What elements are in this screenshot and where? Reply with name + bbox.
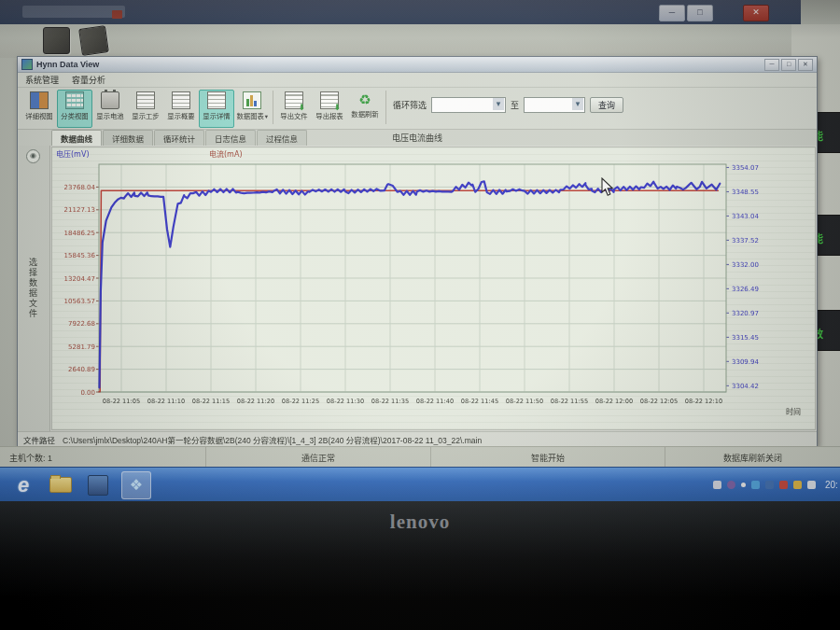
tray-lock-icon[interactable] (713, 481, 721, 489)
app-titlebar[interactable]: Hynn Data View ─ □ ✕ (18, 57, 817, 73)
svg-text:3320.97: 3320.97 (732, 310, 759, 317)
class-view-button[interactable]: 分类视图 (57, 90, 92, 128)
button-label: 详细视图 (25, 110, 52, 119)
show-battery-button[interactable]: 显示电池 (92, 90, 128, 128)
gem-icon: ❖ (130, 476, 143, 494)
tray-shield-icon[interactable] (751, 481, 760, 489)
app-taskbar-icon[interactable] (84, 472, 112, 498)
battery-icon (101, 91, 119, 109)
tray-purple-icon[interactable] (727, 481, 735, 489)
class-view-icon (65, 91, 84, 109)
file-select-panel: ◉ 选择数据文件 (18, 146, 50, 431)
show-detail-button[interactable]: 显示详情 (199, 90, 234, 128)
svg-text:08-22 12:10: 08-22 12:10 (685, 398, 722, 405)
maximize-button[interactable]: □ (687, 5, 713, 21)
folder-taskbar-icon[interactable] (47, 472, 75, 498)
svg-text:08-22 11:50: 08-22 11:50 (506, 398, 543, 405)
tray-red-icon[interactable] (779, 481, 788, 489)
tab-content: ◉ 选择数据文件 0.002640.895281.797922.6810563.… (18, 146, 817, 431)
svg-text:08-22 11:45: 08-22 11:45 (461, 398, 498, 405)
button-label: 显示详情 (203, 110, 230, 119)
svg-text:3315.45: 3315.45 (732, 334, 759, 342)
menu-capacity[interactable]: 容量分析 (72, 74, 105, 86)
app-close-button[interactable]: ✕ (798, 59, 813, 71)
svg-text:3326.49: 3326.49 (732, 286, 759, 293)
app-minimize-button[interactable]: ─ (764, 59, 779, 71)
data-chart-button[interactable]: 数据图表▾ (234, 90, 270, 128)
taskbar-clock[interactable]: 20: (825, 480, 838, 490)
svg-text:0.00: 0.00 (80, 389, 95, 397)
svg-text:电流(mA): 电流(mA) (209, 149, 243, 159)
svg-text:08-22 11:05: 08-22 11:05 (103, 398, 140, 405)
tray-blue-icon[interactable] (765, 481, 774, 489)
svg-text:时间: 时间 (786, 407, 801, 416)
toolbar-separator (273, 91, 273, 124)
cycle-to-select[interactable] (524, 97, 585, 113)
active-app-taskbar-icon[interactable]: ❖ (121, 471, 151, 499)
query-button[interactable]: 查询 (590, 97, 623, 113)
close-button[interactable]: ✕ (743, 5, 769, 21)
app-maximize-button[interactable]: □ (781, 59, 796, 71)
cycle-from-select[interactable] (431, 97, 506, 113)
svg-text:3343.04: 3343.04 (732, 213, 759, 220)
background-window-title-smudge (22, 6, 125, 18)
export-file-button[interactable]: 导出文件 (276, 90, 312, 128)
ie-taskbar-icon[interactable]: e (9, 472, 37, 498)
menu-system[interactable]: 系统管理 (25, 74, 59, 86)
background-tool-icon (43, 27, 70, 54)
svg-text:18486.25: 18486.25 (64, 230, 95, 237)
tray-volume-icon[interactable] (807, 481, 816, 489)
voltage-current-chart: 0.002640.895281.797922.6810563.5713204.4… (52, 147, 814, 429)
svg-text:13204.47: 13204.47 (64, 275, 95, 283)
file-select-label[interactable]: 选择数据文件 (27, 258, 39, 319)
status-strip: 主机个数: 1 通信正常 智能开始 数据库刷新关闭 (0, 446, 840, 468)
data-refresh-button[interactable]: ♻ 数据刷新 (347, 90, 383, 128)
show-step-button[interactable]: 显示工步 (128, 90, 163, 128)
svg-text:08-22 11:20: 08-22 11:20 (237, 398, 274, 405)
db-refresh-status: 数据库刷新关闭 (665, 447, 840, 468)
button-label: 数据刷新 (351, 108, 378, 118)
svg-text:08-22 11:30: 08-22 11:30 (327, 398, 364, 405)
detail-view-button[interactable]: 详细视图 (21, 90, 57, 128)
toolbar: 详细视图 分类视图 显示电池 显示工步 显示概要 (18, 88, 817, 130)
tab-log-info[interactable]: 日志信息 (205, 130, 256, 146)
collapse-panel-button[interactable]: ◉ (26, 149, 40, 163)
file-path-label: 文件路径 (23, 434, 55, 445)
button-label: 显示工步 (132, 110, 159, 119)
host-count-status: 主机个数: 1 (0, 447, 206, 468)
refresh-icon: ♻ (357, 91, 373, 107)
app-title: Hynn Data View (36, 60, 99, 69)
button-label: 数据图表▾ (236, 110, 268, 119)
menubar: 系统管理 容量分析 (18, 73, 817, 88)
toolbar-separator (385, 91, 386, 124)
file-path-value: C:\Users\jmlx\Desktop\240AH第一轮分容数据\2B(24… (63, 434, 482, 445)
screen: ─ □ ✕ 134 /37 性 能 139 /37 性 能 137 /37 无 … (0, 0, 840, 501)
svg-text:08-22 11:55: 08-22 11:55 (551, 398, 588, 405)
tab-process-info[interactable]: 过程信息 (257, 130, 307, 146)
tray-flag-icon[interactable] (793, 481, 802, 489)
svg-text:08-22 11:35: 08-22 11:35 (371, 398, 409, 405)
svg-text:3354.07: 3354.07 (732, 164, 759, 172)
button-label: 导出报表 (315, 110, 343, 119)
tab-data-curve[interactable]: 数据曲线 (51, 130, 102, 146)
svg-text:08-22 11:40: 08-22 11:40 (416, 398, 454, 405)
app-window-icon (88, 475, 108, 496)
tab-detail-data[interactable]: 详细数据 (103, 130, 153, 146)
tray-dot-icon[interactable] (741, 483, 746, 487)
cycle-filter-label: 循环筛选 (393, 99, 427, 111)
svg-text:2640.89: 2640.89 (68, 366, 95, 373)
background-red-icon (112, 10, 122, 19)
lenovo-logo: lenovo (0, 511, 840, 534)
svg-text:电压(mV): 电压(mV) (56, 149, 90, 159)
comm-status: 通信正常 (206, 447, 431, 468)
background-window-titlebar: ─ □ ✕ (0, 0, 801, 25)
document-icon (136, 91, 155, 109)
tab-cycle-stats[interactable]: 循环统计 (154, 130, 204, 146)
minimize-button[interactable]: ─ (659, 5, 685, 21)
export-report-button[interactable]: 导出报表 (312, 90, 347, 128)
show-summary-button[interactable]: 显示概要 (163, 90, 199, 128)
tab-row: 数据曲线 详细数据 循环统计 日志信息 过程信息 电压电流曲线 (18, 130, 817, 146)
svg-text:3309.94: 3309.94 (732, 358, 759, 366)
button-label: 分类视图 (61, 110, 88, 119)
app-icon (21, 59, 33, 70)
